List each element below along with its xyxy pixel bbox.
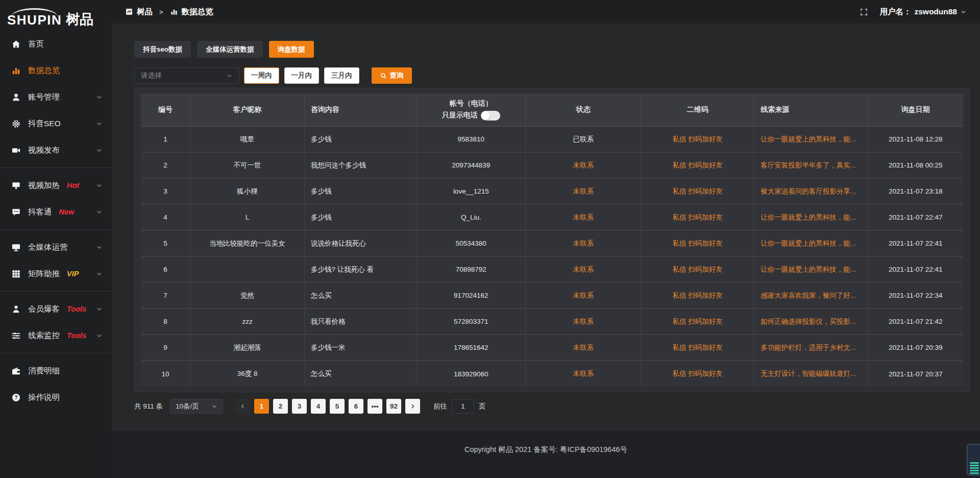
floating-widget[interactable] bbox=[967, 444, 980, 475]
cell-qrcode-link[interactable]: 私信 扫码加好友 bbox=[641, 256, 754, 282]
cell-qrcode-link[interactable]: 私信 扫码加好友 bbox=[641, 230, 754, 256]
cell-status[interactable]: 未联系 bbox=[526, 152, 641, 178]
sidebar-item-data-overview[interactable]: 数据总览 bbox=[0, 57, 112, 84]
grid-icon bbox=[11, 269, 21, 279]
sidebar-item-video-publish[interactable]: 视频发布 bbox=[0, 137, 112, 163]
cell-status[interactable]: 未联系 bbox=[526, 361, 641, 387]
cell-source-link[interactable]: 如何正确选择投影仪，买投影... bbox=[754, 308, 868, 334]
sidebar-item-home[interactable]: 首页 bbox=[0, 31, 112, 57]
sidebar-item-member-boom[interactable]: 会员爆客Tools bbox=[0, 296, 112, 322]
cell-source-link[interactable]: 让你一眼就爱上的黑科技，能... bbox=[754, 204, 868, 230]
page-button-2[interactable]: 2 bbox=[273, 399, 288, 414]
cell-qrcode-link[interactable]: 私信 扫码加好友 bbox=[641, 308, 754, 334]
period-button-0[interactable]: 一周内 bbox=[244, 67, 279, 84]
sidebar-item-douketong[interactable]: 抖客通New bbox=[0, 199, 112, 225]
data-tabs: 抖音seo数据全媒体运营数据询盘数据 bbox=[134, 41, 970, 58]
sidebar-item-media-operation[interactable]: 全媒体运营 bbox=[0, 234, 112, 260]
page-button-5[interactable]: 5 bbox=[330, 399, 345, 414]
cell-source-link[interactable]: 感谢大家喜欢我家，被问了好... bbox=[754, 282, 868, 308]
cell-account: 50534380 bbox=[416, 230, 526, 256]
sidebar-item-video-heat[interactable]: 视频加热Hot bbox=[0, 172, 112, 199]
cell-qrcode-link[interactable]: 私信 扫码加好友 bbox=[641, 334, 754, 361]
cell-status[interactable]: 未联系 bbox=[526, 204, 641, 230]
next-page-button[interactable] bbox=[405, 399, 420, 414]
topbar-right: 用户名： zswodun88 bbox=[860, 7, 967, 17]
sidebar-item-account-manage[interactable]: 账号管理 bbox=[0, 84, 112, 110]
table-header-row: 编号 客户昵称 咨询内容 帐号（电话） 只显示电话 状态 二维码 线索来源 询盘… bbox=[141, 93, 963, 126]
cell-source-link[interactable]: 让你一眼就爱上的黑科技，能... bbox=[754, 230, 868, 256]
period-button-2[interactable]: 三月内 bbox=[324, 67, 359, 84]
sidebar-item-operation-guide[interactable]: ?操作说明 bbox=[0, 384, 112, 411]
cell-account: 917024162 bbox=[416, 282, 526, 308]
page-button-6[interactable]: 6 bbox=[349, 399, 363, 414]
col-no: 编号 bbox=[141, 93, 190, 126]
chevron-down-icon bbox=[96, 209, 103, 216]
cell-status[interactable]: 已联系 bbox=[526, 126, 641, 152]
sidebar-divider bbox=[0, 229, 112, 230]
prev-page-button[interactable] bbox=[235, 399, 250, 414]
inquiry-table: 编号 客户昵称 咨询内容 帐号（电话） 只显示电话 状态 二维码 线索来源 询盘… bbox=[141, 93, 963, 387]
sidebar-badge: Tools bbox=[67, 305, 86, 313]
cell-status[interactable]: 未联系 bbox=[526, 282, 641, 308]
cell-status[interactable]: 未联系 bbox=[526, 334, 641, 361]
sidebar-badge: New bbox=[59, 208, 75, 216]
sidebar-item-clue-monitor[interactable]: 线索监控Tools bbox=[0, 322, 112, 349]
page-ellipsis-button[interactable]: ••• bbox=[368, 399, 382, 414]
page-size-select[interactable]: 10条/页 bbox=[170, 399, 223, 414]
toggle-knob bbox=[481, 111, 490, 120]
cell-qrcode-link[interactable]: 私信 扫码加好友 bbox=[641, 204, 754, 230]
period-button-1[interactable]: 一月内 bbox=[284, 67, 320, 84]
col-nickname: 客户昵称 bbox=[190, 93, 305, 126]
page-button-4[interactable]: 4 bbox=[311, 399, 326, 414]
phone-only-toggle[interactable] bbox=[481, 111, 500, 121]
cell-nickname: 狐小狸 bbox=[190, 178, 305, 204]
wallet-icon bbox=[11, 366, 21, 376]
filter-select[interactable]: 请选择 bbox=[134, 67, 239, 84]
page-button-1[interactable]: 1 bbox=[254, 399, 269, 414]
col-status: 状态 bbox=[526, 93, 641, 126]
tab-2[interactable]: 询盘数据 bbox=[269, 41, 314, 58]
search-button[interactable]: 查询 bbox=[372, 67, 412, 84]
page-button-92[interactable]: 92 bbox=[386, 399, 401, 414]
sidebar-item-consume-detail[interactable]: 消费明细 bbox=[0, 357, 112, 384]
tab-1[interactable]: 全媒体运营数据 bbox=[197, 41, 263, 58]
footer-copyright: Copyright 树品 2021 备案号: 粤ICP备09019646号 bbox=[464, 445, 627, 453]
cell-qrcode-link[interactable]: 私信 扫码加好友 bbox=[641, 126, 754, 152]
sidebar-item-matrix-boost[interactable]: 矩阵助推VIP bbox=[0, 260, 112, 287]
cell-content: 怎么买 bbox=[305, 282, 416, 308]
cell-qrcode-link[interactable]: 私信 扫码加好友 bbox=[641, 361, 754, 387]
cell-no: 3 bbox=[141, 178, 190, 204]
cell-source-link[interactable]: 无主灯设计，智能磁吸轨道灯... bbox=[754, 361, 868, 387]
cell-date: 2021-11-07 22:34 bbox=[868, 282, 963, 308]
logo-text-en: SHUPIN bbox=[7, 8, 62, 27]
breadcrumb-item-home[interactable]: 树品 bbox=[137, 7, 153, 17]
pagination-total: 共 911 条 bbox=[134, 402, 163, 411]
cell-status[interactable]: 未联系 bbox=[526, 308, 641, 334]
chevron-down-icon bbox=[226, 73, 233, 79]
cell-source-link[interactable]: 客厅安装投影半年多了，真实... bbox=[754, 152, 868, 178]
username-value: zswodun88 bbox=[914, 7, 957, 16]
goto-page-input[interactable] bbox=[452, 399, 474, 414]
user-menu[interactable]: 用户名： zswodun88 bbox=[879, 7, 967, 17]
cell-status[interactable]: 未联系 bbox=[526, 256, 641, 282]
cell-source-link[interactable]: 让你一眼就爱上的黑科技，能... bbox=[754, 256, 868, 282]
cell-status[interactable]: 未联系 bbox=[526, 230, 641, 256]
table-row: 8zzz我只看价格572803371未联系私信 扫码加好友如何正确选择投影仪，买… bbox=[141, 308, 963, 334]
cell-source-link[interactable]: 多功能护栏灯，适用于乡村文... bbox=[754, 334, 868, 361]
col-qrcode: 二维码 bbox=[641, 93, 754, 126]
cell-qrcode-link[interactable]: 私信 扫码加好友 bbox=[641, 178, 754, 204]
cell-nickname: 哦章 bbox=[190, 126, 305, 152]
cell-qrcode-link[interactable]: 私信 扫码加好友 bbox=[641, 152, 754, 178]
sidebar-item-douyin-seo[interactable]: 抖音SEO bbox=[0, 110, 112, 137]
cell-source-link[interactable]: 让你一眼就爱上的黑科技，能... bbox=[754, 126, 868, 152]
page-button-3[interactable]: 3 bbox=[292, 399, 307, 414]
chat-icon bbox=[11, 207, 21, 217]
sidebar-divider bbox=[0, 168, 112, 168]
cell-qrcode-link[interactable]: 私信 扫码加好友 bbox=[641, 282, 754, 308]
tab-0[interactable]: 抖音seo数据 bbox=[134, 41, 191, 58]
fullscreen-icon[interactable] bbox=[860, 8, 868, 16]
cell-status[interactable]: 未联系 bbox=[526, 178, 641, 204]
cell-source-link[interactable]: 被大家追着问的客厅投影分享... bbox=[754, 178, 868, 204]
cell-content: 说说价格让我死心 bbox=[305, 230, 416, 256]
table-row: 5当地比较能吃的一位美女说说价格让我死心50534380未联系私信 扫码加好友让… bbox=[141, 230, 963, 256]
